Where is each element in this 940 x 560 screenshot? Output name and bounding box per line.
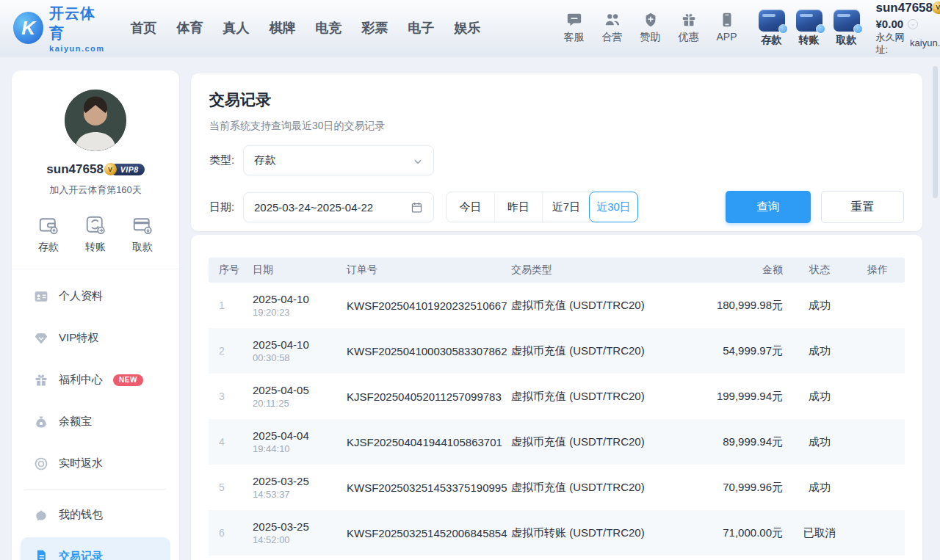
cell-amount: 70,999.96元 [695,481,783,495]
cell-order-number: KWSF202504100030583307862 [347,345,511,357]
col-type: 交易类型 [511,263,695,277]
sidebar-transfer-label: 转账 [85,241,106,254]
top-header: K 开云体育 kaiyun.com 首页体育真人棋牌电竞彩票电子娱乐 客服 合营… [0,0,940,56]
transfer-icon [796,10,822,32]
sidebar-item-records-label: 交易记录 [59,550,103,560]
search-button[interactable]: 查询 [726,191,811,223]
cell-order-number: KWSF202504101920232510667 [347,299,511,312]
sidebar-transfer-button[interactable]: 转账 [84,214,106,254]
nav-item[interactable]: 彩票 [362,19,388,37]
sidebar-item-wallet[interactable]: 我的钱包 [12,494,179,536]
nav-item[interactable]: 真人 [223,19,250,37]
nav-item[interactable]: 电子 [408,19,435,37]
sidebar-vip-badge[interactable]: V VIP8 [110,164,145,175]
page-scrollbar[interactable] [933,66,938,198]
cell-order-number: KWSF202503251452006845854 [347,527,511,539]
sidebar-username: sun47658 [46,162,104,177]
promotions-button[interactable]: 优惠 [676,12,701,44]
cell-status: 成功 [783,299,856,313]
range-preset-button[interactable]: 近7日 [542,192,590,222]
nav-item[interactable]: 电竞 [316,19,342,37]
wallet-outline-icon [37,214,59,236]
header-transfer-button[interactable]: 转账 [796,10,822,47]
brand-logo[interactable]: K 开云体育 kaiyun.com [13,4,107,53]
sidebar-item-rebate[interactable]: 实时返水 [12,443,179,484]
header-deposit-button[interactable]: 存款 [759,10,785,47]
cell-amount: 71,000.00元 [695,526,783,540]
sidebar-item-vip[interactable]: VIP特权 [12,317,179,359]
sidebar-item-welfare[interactable]: 福利中心 NEW [12,359,179,401]
cell-date-day: 2025-04-04 [253,429,347,442]
sidebar-item-profile[interactable]: 个人资料 [12,275,179,317]
header-deposit-label: 存款 [762,34,782,47]
records-table-card: 序号 日期 订单号 交易类型 金额 状态 操作 1 2025-04-10 19:… [191,235,922,560]
cell-transaction-type: 虚拟币充值 (USDT/TRC20) [511,299,695,313]
username: sun47658 [876,0,933,15]
nav-item[interactable]: 棋牌 [270,19,296,37]
transfer-arrows-icon [84,214,106,236]
sidebar-item-profile-label: 个人资料 [59,289,103,303]
range-preset-button[interactable]: 近30日 [589,192,638,222]
target-circle-icon [34,456,48,470]
col-status: 状态 [783,263,856,277]
people-icon [604,12,621,28]
document-icon [34,549,48,560]
sponsor-label: 赞助 [640,31,661,44]
type-select-value: 存款 [254,153,413,167]
cell-transaction-type: 虚拟币充值 (USDT/TRC20) [511,344,695,358]
cell-date-time: 19:44:10 [253,443,347,454]
cell-transaction-type: 虚拟币充值 (USDT/TRC20) [511,390,695,404]
refresh-balance-icon[interactable]: ⌄ [908,19,918,29]
sidebar-item-records[interactable]: 交易记录 [21,537,170,560]
sidebar-quick-actions: 存款 转账 取款 [12,200,179,269]
sidebar-avatar[interactable] [65,90,126,151]
promotions-label: 优惠 [679,31,699,44]
header-withdraw-button[interactable]: 取款 [834,10,860,47]
user-info-block: sun47658 V VIP8 ¥0.00 ⌄ 永久网址: kaiyun.com [876,0,940,56]
range-preset-button[interactable]: 昨日 [494,192,542,222]
sidebar-item-welfare-label: 福利中心 [59,373,103,387]
nav-item[interactable]: 娱乐 [455,19,481,37]
shield-plus-icon [643,12,659,28]
type-label: 类型: [209,153,243,167]
page-subtitle: 当前系统支持查询最近30日的交易记录 [209,120,904,133]
cell-date-day: 2025-04-10 [253,338,347,351]
gem-icon [34,330,48,345]
sidebar-divider [25,489,166,490]
range-preset-button[interactable]: 今日 [446,192,494,222]
app-download-label: APP [717,31,737,43]
cell-amount: 54,999.97元 [695,344,783,358]
deposit-icon [759,10,785,32]
table-row: 5 2025-03-25 14:53:37 KWSF20250325145337… [209,465,905,510]
type-select[interactable]: 存款 [243,145,434,175]
nav-item[interactable]: 首页 [131,19,157,37]
cell-status: 成功 [783,390,856,404]
cell-order-number: KWSF202503251453375190995 [347,481,511,494]
header-withdraw-label: 取款 [836,34,857,47]
date-range-input[interactable]: 2025-03-24~2025-04-22 [243,192,434,222]
sidebar-menu: 个人资料 VIP特权 福利中心 NEW 余额宝 实时返水 我的钱包 交易记录 [12,269,179,560]
table-header-row: 序号 日期 订单号 交易类型 金额 状态 操作 [209,258,905,283]
gift-icon [34,372,48,387]
cell-date-day: 2025-04-10 [253,293,347,305]
cell-index: 3 [219,390,253,402]
main-nav: 首页体育真人棋牌电竞彩票电子娱乐 [131,19,481,37]
sidebar-deposit-button[interactable]: 存款 [37,214,59,254]
nav-item[interactable]: 体育 [177,19,203,37]
partner-label: 合营 [602,31,623,44]
sidebar-item-yuebao[interactable]: 余额宝 [12,401,179,443]
sidebar-withdraw-button[interactable]: 取款 [131,214,153,254]
cell-status: 已取消 [783,526,856,540]
reset-button[interactable]: 重置 [821,191,904,223]
header-transfer-label: 转账 [799,34,820,47]
cell-transaction-type: 虚拟币充值 (USDT/TRC20) [511,481,695,495]
partner-button[interactable]: 合营 [600,12,625,44]
app-download-button[interactable]: APP [715,12,740,43]
sponsor-button[interactable]: 赞助 [638,12,663,44]
cell-index: 6 [219,527,253,539]
customer-service-button[interactable]: 客服 [562,12,587,44]
cell-order-number: KJSF202504052011257099783 [347,390,511,403]
chevron-down-icon [413,154,423,167]
cell-index: 2 [219,345,253,357]
gift-icon [681,12,697,28]
